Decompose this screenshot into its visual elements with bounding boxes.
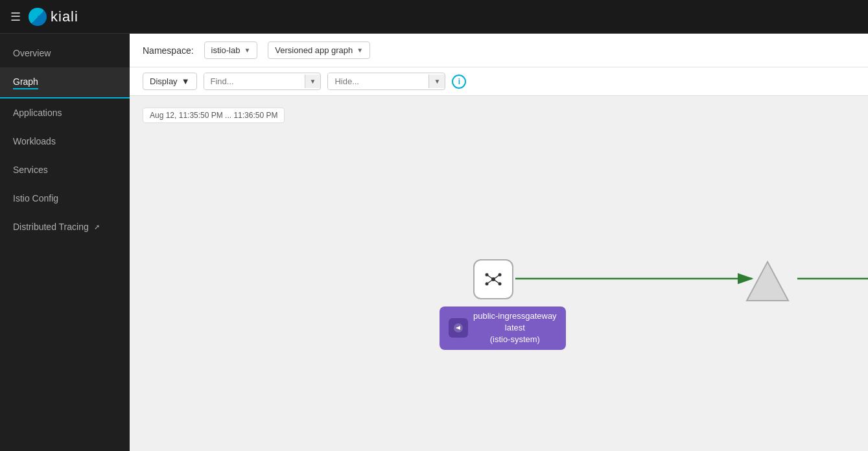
- svg-line-11: [493, 279, 500, 284]
- sidebar-item-applications[interactable]: Applications: [0, 98, 130, 127]
- graph-type-dropdown[interactable]: Versioned app graph ▼: [268, 41, 370, 59]
- logo-icon: [29, 8, 47, 26]
- gateway-text: public-ingressgateway latest (istio-syst…: [473, 310, 557, 346]
- sidebar-item-istio-config[interactable]: Istio Config: [0, 184, 130, 213]
- info-icon[interactable]: i: [452, 75, 466, 89]
- svg-marker-14: [747, 262, 788, 301]
- sidebar-item-workloads[interactable]: Workloads: [0, 127, 130, 156]
- main-layout: Overview Graph Applications Workloads Se…: [0, 34, 868, 451]
- namespace-dropdown-arrow: ▼: [244, 47, 250, 54]
- svg-line-8: [487, 275, 493, 279]
- gateway-badge-icon: [449, 318, 468, 338]
- graph-type-arrow: ▼: [357, 47, 363, 54]
- external-link-icon: ➚: [94, 223, 100, 231]
- sidebar-item-graph[interactable]: Graph: [0, 67, 130, 98]
- timestamp: Aug 12, 11:35:50 PM ... 11:36:50 PM: [143, 108, 285, 123]
- hide-input[interactable]: [328, 73, 428, 89]
- topbar: ☰ kiali: [0, 0, 868, 34]
- triangle-node[interactable]: [744, 259, 791, 306]
- sidebar-item-distributed-tracing[interactable]: Distributed Tracing ➚: [0, 213, 130, 241]
- sidebar-item-overview[interactable]: Overview: [0, 39, 130, 67]
- svg-line-10: [487, 279, 493, 284]
- sidebar: Overview Graph Applications Workloads Se…: [0, 34, 130, 451]
- hide-dropdown-arrow[interactable]: ▼: [428, 75, 445, 88]
- gateway-icon-node[interactable]: [473, 259, 513, 299]
- toolbar-row2: Display ▼ ▼ ▼ i: [130, 67, 868, 96]
- namespace-label: Namespace:: [143, 45, 194, 56]
- find-dropdown-arrow[interactable]: ▼: [305, 75, 321, 88]
- hide-input-container: ▼: [327, 73, 445, 90]
- content-area: Namespace: istio-lab ▼ Versioned app gra…: [130, 34, 868, 451]
- toolbar-row1: Namespace: istio-lab ▼ Versioned app gra…: [130, 34, 868, 67]
- display-arrow: ▼: [182, 76, 190, 86]
- find-input[interactable]: [204, 73, 305, 89]
- graph-area: Aug 12, 11:35:50 PM ... 11:36:50 PM: [130, 96, 868, 451]
- display-dropdown[interactable]: Display ▼: [143, 73, 197, 90]
- namespace-dropdown[interactable]: istio-lab ▼: [204, 41, 258, 59]
- logo: kiali: [29, 8, 78, 26]
- svg-line-9: [493, 275, 500, 279]
- logo-text: kiali: [51, 8, 78, 25]
- sidebar-item-services[interactable]: Services: [0, 156, 130, 184]
- find-input-container: ▼: [204, 73, 322, 90]
- hamburger-icon[interactable]: ☰: [10, 10, 21, 24]
- gateway-label-node[interactable]: public-ingressgateway latest (istio-syst…: [440, 306, 566, 350]
